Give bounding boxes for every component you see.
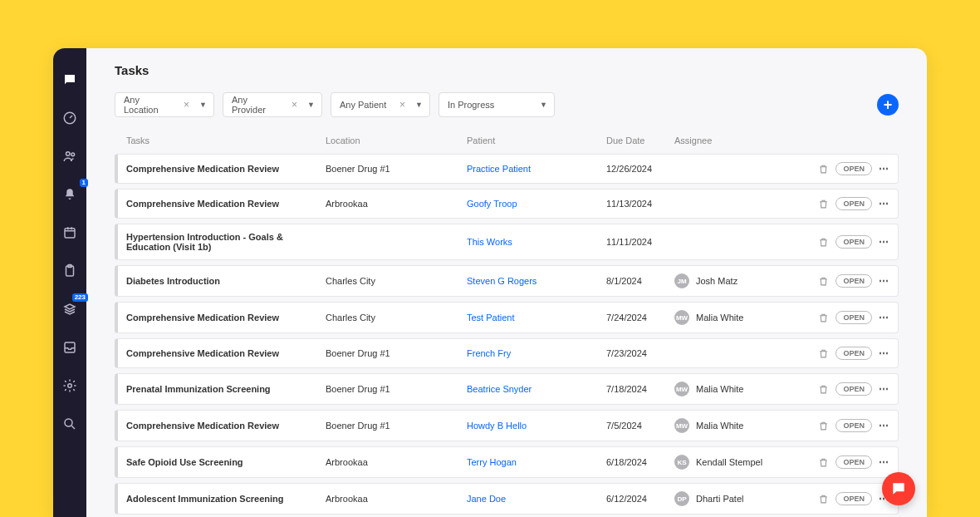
open-button[interactable]: OPEN: [835, 162, 872, 175]
open-button[interactable]: OPEN: [835, 419, 872, 432]
open-button[interactable]: OPEN: [835, 197, 872, 210]
task-patient-link[interactable]: Terry Hogan: [467, 457, 606, 467]
more-menu-icon[interactable]: ⋯: [879, 456, 889, 468]
delete-icon[interactable]: [817, 275, 829, 287]
filter-status[interactable]: In Progress ▼: [439, 92, 555, 117]
more-menu-icon[interactable]: ⋯: [879, 275, 889, 287]
task-patient-link[interactable]: Beatrice Snyder: [467, 384, 606, 394]
more-menu-icon[interactable]: ⋯: [879, 163, 889, 175]
open-button[interactable]: OPEN: [835, 492, 872, 505]
delete-icon[interactable]: [817, 420, 829, 431]
table-row[interactable]: Diabetes IntroductionCharles CitySteven …: [115, 265, 899, 297]
svg-rect-3: [65, 229, 75, 238]
task-due: 11/11/2024: [606, 237, 674, 247]
task-patient-link[interactable]: Goofy Troop: [467, 199, 606, 209]
more-menu-icon[interactable]: ⋯: [879, 198, 889, 209]
more-menu-icon[interactable]: ⋯: [879, 420, 889, 431]
chevron-down-icon: ▼: [307, 101, 315, 109]
table-header: Tasks Location Patient Due Date Assignee: [115, 135, 899, 154]
nav-alerts-icon[interactable]: 1: [60, 185, 80, 204]
task-due: 12/26/2024: [606, 164, 674, 174]
task-assignee: MWMalia White: [674, 382, 815, 396]
table-row[interactable]: Safe Opioid Use ScreeningArbrookaaTerry …: [115, 446, 899, 478]
task-due: 8/1/2024: [606, 276, 674, 286]
task-patient-link[interactable]: This Works: [467, 237, 606, 247]
clear-icon[interactable]: ×: [180, 99, 193, 111]
assignee-name: Malia White: [696, 384, 743, 394]
open-button[interactable]: OPEN: [835, 274, 872, 288]
delete-icon[interactable]: [817, 198, 829, 209]
nav-calendar-icon[interactable]: [60, 223, 80, 243]
chevron-down-icon: ▼: [199, 101, 207, 109]
col-header-task: Tasks: [126, 135, 326, 145]
task-due: 7/24/2024: [606, 313, 674, 323]
avatar: KS: [674, 455, 689, 470]
more-menu-icon[interactable]: ⋯: [879, 347, 889, 359]
task-patient-link[interactable]: Jane Doe: [467, 494, 606, 504]
delete-icon[interactable]: [817, 383, 829, 395]
col-header-assignee: Assignee: [674, 135, 812, 145]
table-row[interactable]: Prenatal Immunization ScreeningBoener Dr…: [115, 373, 899, 405]
table-row[interactable]: Adolescent Immunization ScreeningArbrook…: [115, 483, 899, 515]
nav-inbox-icon[interactable]: [60, 337, 80, 357]
task-location: Boener Drug #1: [326, 421, 467, 431]
filter-provider[interactable]: Any Provider × ▼: [223, 92, 322, 117]
delete-icon[interactable]: [817, 163, 829, 175]
open-button[interactable]: OPEN: [835, 382, 872, 396]
task-patient-link[interactable]: French Fry: [467, 348, 606, 358]
delete-icon[interactable]: [817, 312, 829, 323]
filter-location[interactable]: Any Location × ▼: [115, 92, 214, 117]
nav-users-icon[interactable]: [60, 146, 80, 166]
task-location: Arbrookaa: [326, 457, 467, 467]
task-name: Comprehensive Medication Review: [126, 348, 326, 358]
app-window: 1 223 Tasks Any Location × ▼: [53, 48, 927, 517]
task-patient-link[interactable]: Howdy B Hello: [467, 421, 606, 431]
nav-dashboard-icon[interactable]: [60, 108, 80, 128]
nav-settings-icon[interactable]: [60, 376, 80, 396]
table-row[interactable]: Comprehensive Medication ReviewBoener Dr…: [115, 410, 899, 441]
table-row[interactable]: Hypertension Introduction - Goals & Educ…: [115, 224, 899, 260]
task-name: Hypertension Introduction - Goals & Educ…: [126, 232, 326, 252]
avatar: DP: [674, 491, 689, 506]
nav-search-user-icon[interactable]: [60, 414, 80, 434]
open-button[interactable]: OPEN: [835, 235, 872, 249]
table-row[interactable]: Comprehensive Medication ReviewBoener Dr…: [115, 338, 899, 368]
task-due: 7/5/2024: [606, 421, 674, 431]
col-header-location: Location: [326, 135, 467, 145]
open-button[interactable]: OPEN: [835, 347, 872, 360]
task-name: Prenatal Immunization Screening: [126, 384, 326, 394]
delete-icon[interactable]: [817, 493, 829, 505]
task-assignee: MWMalia White: [674, 418, 815, 433]
chevron-down-icon: ▼: [415, 101, 423, 109]
nav-chat-icon[interactable]: [60, 70, 80, 90]
filters-row: Any Location × ▼ Any Provider × ▼ Any Pa…: [115, 92, 899, 117]
table-row[interactable]: Comprehensive Medication ReviewBoener Dr…: [115, 154, 899, 184]
task-patient-link[interactable]: Steven G Rogers: [467, 276, 606, 286]
nav-stack-icon[interactable]: 223: [60, 299, 80, 319]
more-menu-icon[interactable]: ⋯: [879, 312, 889, 323]
more-menu-icon[interactable]: ⋯: [879, 383, 889, 395]
col-header-due: Due Date: [606, 135, 674, 145]
avatar: MW: [674, 310, 689, 325]
clear-icon[interactable]: ×: [396, 99, 409, 111]
svg-point-7: [65, 419, 72, 426]
clear-icon[interactable]: ×: [288, 99, 301, 111]
task-assignee: KSKendall Stempel: [674, 455, 815, 470]
delete-icon[interactable]: [817, 347, 829, 359]
table-row[interactable]: Comprehensive Medication ReviewArbrookaa…: [115, 189, 899, 219]
add-task-button[interactable]: +: [877, 94, 899, 116]
delete-icon[interactable]: [817, 236, 829, 248]
filter-patient[interactable]: Any Patient × ▼: [331, 92, 430, 117]
open-button[interactable]: OPEN: [835, 311, 872, 324]
delete-icon[interactable]: [817, 456, 829, 468]
task-patient-link[interactable]: Practice Patient: [467, 164, 606, 174]
open-button[interactable]: OPEN: [835, 455, 872, 469]
task-location: Charles City: [326, 313, 467, 323]
nav-clipboard-icon[interactable]: [60, 261, 80, 281]
assignee-name: Josh Matz: [696, 276, 737, 286]
task-patient-link[interactable]: Test Patient: [467, 313, 606, 323]
task-name: Comprehensive Medication Review: [126, 164, 326, 174]
more-menu-icon[interactable]: ⋯: [879, 236, 889, 248]
support-chat-button[interactable]: [882, 472, 915, 505]
table-row[interactable]: Comprehensive Medication ReviewCharles C…: [115, 302, 899, 333]
